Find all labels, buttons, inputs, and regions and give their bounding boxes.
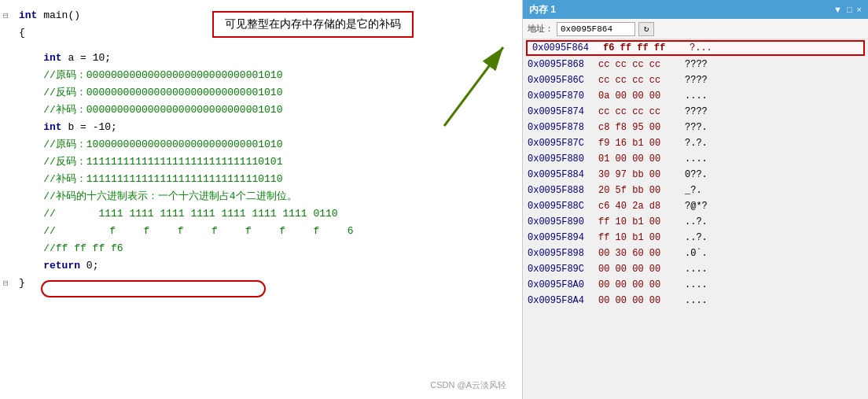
mem-addr-5: 0x0095F878 — [528, 122, 598, 133]
mem-ascii-1: ???? — [685, 59, 708, 70]
memory-panel: 内存 1 ▼ □ × 地址： ↻ 0x0095F864 f6 ff ff ff … — [522, 0, 868, 399]
mem-bytes-0: f6 ff ff ff — [603, 42, 690, 54]
mem-bytes-6: f9 16 b1 00 — [598, 138, 685, 149]
mem-ascii-7: .... — [685, 153, 708, 164]
code-text-15: return 0; — [19, 260, 98, 272]
memory-refresh-button[interactable]: ↻ — [638, 22, 654, 36]
mem-bytes-9: 20 5f bb 00 — [598, 185, 685, 196]
mem-ascii-11: ..?. — [685, 216, 708, 227]
mem-ascii-16: .... — [685, 295, 708, 306]
code-text-6: //补码：00000000000000000000000000001010 — [19, 102, 282, 116]
svg-line-1 — [444, 47, 503, 126]
mem-addr-3: 0x0095F870 — [528, 91, 598, 102]
memory-row-1: 0x0095F868 cc cc cc cc ???? — [523, 57, 868, 72]
memory-row-11: 0x0095F890 ff 10 b1 00 ..?. — [523, 214, 868, 230]
memory-content: 0x0095F864 f6 ff ff ff ?... 0x0095F868 c… — [523, 39, 868, 399]
memory-row-9: 0x0095F888 20 5f bb 00 _?. — [523, 183, 868, 198]
annotation-text: 可见整型在内存中存储的是它的补码 — [225, 17, 401, 30]
mem-addr-11: 0x0095F890 — [528, 216, 598, 227]
mem-bytes-4: cc cc cc cc — [598, 106, 685, 117]
code-text-1: int main() — [19, 9, 80, 21]
memory-row-highlighted: 0x0095F864 f6 ff ff ff ?... — [526, 40, 865, 56]
memory-minimize-icon[interactable]: □ — [847, 5, 852, 14]
code-text-3: int a = 10; — [19, 52, 111, 64]
mem-ascii-8: 0??. — [685, 169, 708, 180]
code-text-13: // f f f f f f f 6 — [19, 225, 359, 237]
main-container: ⊟ int main() { int a = 10; //原码：00000000… — [0, 0, 868, 399]
mem-bytes-3: 0a 00 00 00 — [598, 91, 685, 102]
mem-ascii-0: ?... — [690, 42, 712, 54]
mem-bytes-14: 00 00 00 00 — [598, 264, 685, 275]
mem-addr-16: 0x0095F8A4 — [528, 295, 598, 306]
mem-ascii-3: .... — [685, 91, 708, 102]
memory-row-4: 0x0095F874 cc cc cc cc ???? — [523, 104, 868, 120]
mem-addr-13: 0x0095F898 — [528, 248, 598, 259]
mem-bytes-7: 01 00 00 00 — [598, 153, 685, 164]
memory-pin-icon[interactable]: ▼ — [833, 5, 842, 14]
memory-close-icon[interactable]: × — [857, 5, 862, 14]
memory-controls: ▼ □ × — [833, 5, 862, 14]
mem-bytes-16: 00 00 00 00 — [598, 295, 685, 306]
mem-addr-2: 0x0095F86C — [528, 75, 598, 86]
code-text-4: //原码：00000000000000000000000000001010 — [19, 68, 282, 82]
gutter-16: ⊟ — [3, 278, 19, 288]
code-text-7: int b = -10; — [19, 121, 117, 133]
mem-addr-14: 0x0095F89C — [528, 264, 598, 275]
mem-addr-4: 0x0095F874 — [528, 106, 598, 117]
memory-row-15: 0x0095F8A0 00 00 00 00 .... — [523, 277, 868, 293]
memory-row-5: 0x0095F878 c8 f8 95 00 ???. — [523, 120, 868, 135]
memory-row-10: 0x0095F88C c6 40 2a d8 ?@*? — [523, 198, 868, 214]
mem-addr-7: 0x0095F880 — [528, 153, 598, 164]
memory-row-8: 0x0095F884 30 97 bb 00 0??. — [523, 167, 868, 183]
mem-bytes-12: ff 10 b1 00 — [598, 232, 685, 243]
code-text-9: //反码：11111111111111111111111111110101 — [19, 154, 282, 168]
memory-row-2: 0x0095F86C cc cc cc cc ???? — [523, 72, 868, 88]
mem-addr-1: 0x0095F868 — [528, 59, 598, 70]
mem-bytes-11: ff 10 b1 00 — [598, 216, 685, 227]
mem-ascii-15: .... — [685, 279, 708, 290]
code-text-12: // 1111 1111 1111 1111 1111 1111 1111 01… — [19, 208, 338, 220]
mem-addr-9: 0x0095F888 — [528, 185, 598, 196]
memory-row-6: 0x0095F87C f9 16 b1 00 ?.?. — [523, 135, 868, 151]
memory-row-3: 0x0095F870 0a 00 00 00 .... — [523, 88, 868, 104]
mem-addr-10: 0x0095F88C — [528, 201, 598, 212]
memory-titlebar: 内存 1 ▼ □ × — [523, 0, 868, 19]
code-text-14: //ff ff ff f6 — [19, 242, 123, 254]
memory-row-16: 0x0095F8A4 00 00 00 00 .... — [523, 293, 868, 308]
mem-bytes-8: 30 97 bb 00 — [598, 169, 685, 180]
mem-bytes-10: c6 40 2a d8 — [598, 201, 685, 212]
mem-addr-12: 0x0095F894 — [528, 232, 598, 243]
mem-ascii-14: .... — [685, 264, 708, 275]
memory-title: 内存 1 — [529, 3, 556, 17]
mem-addr-15: 0x0095F8A0 — [528, 279, 598, 290]
mem-bytes-2: cc cc cc cc — [598, 75, 685, 86]
code-text-10: //补码：11111111111111111111111111110110 — [19, 172, 282, 186]
mem-ascii-10: ?@*? — [685, 201, 708, 212]
mem-bytes-1: cc cc cc cc — [598, 59, 685, 70]
mem-bytes-5: c8 f8 95 00 — [598, 122, 685, 133]
code-text-8: //原码：10000000000000000000000000001010 — [19, 137, 282, 151]
code-text-2: { — [19, 27, 25, 39]
mem-ascii-9: _?. — [685, 185, 702, 196]
mem-addr-8: 0x0095F884 — [528, 169, 598, 180]
mem-ascii-2: ???? — [685, 75, 708, 86]
mem-ascii-13: .0`. — [685, 248, 708, 259]
mem-ascii-6: ?.?. — [685, 138, 708, 149]
mem-bytes-13: 00 30 60 00 — [598, 248, 685, 259]
gutter-1: ⊟ — [3, 10, 19, 20]
mem-ascii-12: ..?. — [685, 232, 708, 243]
memory-addr-label: 地址： — [528, 23, 554, 35]
memory-row-12: 0x0095F894 ff 10 b1 00 ..?. — [523, 230, 868, 246]
memory-toolbar: 地址： ↻ — [523, 19, 868, 39]
green-arrow — [436, 39, 515, 134]
mem-addr-0: 0x0095F864 — [532, 42, 603, 54]
code-text-11: //补码的十六进制表示：一个十六进制占4个二进制位。 — [19, 189, 297, 203]
mem-ascii-4: ???? — [685, 106, 708, 117]
memory-row-14: 0x0095F89C 00 00 00 00 .... — [523, 261, 868, 277]
memory-row-13: 0x0095F898 00 30 60 00 .0`. — [523, 246, 868, 261]
mem-addr-6: 0x0095F87C — [528, 138, 598, 149]
memory-row-7: 0x0095F880 01 00 00 00 .... — [523, 151, 868, 167]
mem-bytes-15: 00 00 00 00 — [598, 279, 685, 290]
mem-ascii-5: ???. — [685, 122, 708, 133]
memory-addr-input[interactable] — [557, 22, 635, 36]
